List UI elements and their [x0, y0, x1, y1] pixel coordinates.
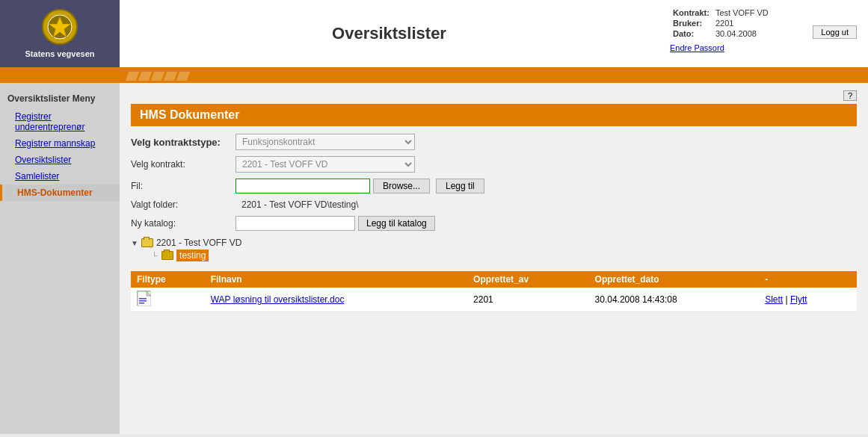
stripe-bar-4: [164, 72, 177, 81]
kontrakt-select[interactable]: 2201 - Test VOFF VD: [236, 156, 415, 173]
ny-katalog-row: Ny katalog: Legg til katalog: [131, 216, 857, 231]
col-filtype: Filtype: [131, 271, 205, 288]
tree-child-label[interactable]: testing: [176, 250, 209, 261]
logo-emblem: [42, 9, 78, 45]
child-folder-icon: [161, 251, 173, 260]
valgt-folder-value: 2201 - Test VOFF VD\testing\: [241, 199, 359, 210]
kontrakt-value: Test VOFF VD: [712, 7, 772, 18]
fil-row: Fil: Browse... Legg til: [131, 179, 857, 193]
endre-passord-link[interactable]: Endre Passord: [670, 43, 724, 52]
bruker-label: Bruker:: [670, 18, 712, 28]
stripe-bar-5: [176, 72, 190, 81]
orange-stripe: [0, 69, 868, 83]
page-title: Oversiktslister: [332, 24, 446, 43]
stripe-bar-2: [138, 72, 152, 81]
valgt-folder-row: Valgt folder: 2201 - Test VOFF VD\testin…: [131, 199, 857, 210]
svg-rect-5: [139, 298, 147, 300]
kontrakt-row: Velg kontrakt: 2201 - Test VOFF VD: [131, 156, 857, 173]
stripe-pattern: [120, 72, 188, 81]
sidebar-title: Oversiktslister Meny: [0, 89, 120, 108]
col-actions: -: [759, 271, 857, 288]
kontrakt-label-form: Velg kontrakt:: [131, 159, 236, 170]
sidebar-item-hms-dokumenter[interactable]: HMS-Dokumenter: [0, 185, 120, 201]
ny-katalog-input[interactable]: [236, 216, 355, 231]
sidebar: Oversiktslister Meny Registrer underentr…: [0, 83, 120, 434]
help-icon[interactable]: ?: [843, 90, 857, 101]
cell-opprettet-dato: 30.04.2008 14:43:08: [589, 288, 760, 312]
legg-til-button[interactable]: Legg til: [436, 179, 484, 193]
svg-rect-7: [139, 303, 144, 304]
cell-filnavn: WAP løsning til oversiktslister.doc: [205, 288, 467, 312]
file-table: Filtype Filnavn Opprettet_av Opprettet_d…: [131, 271, 857, 312]
tree-root-item[interactable]: ▼ 2201 - Test VOFF VD: [131, 237, 857, 249]
file-type-icon: [137, 291, 150, 306]
ny-katalog-label: Ny katalog:: [131, 218, 236, 229]
table-row: WAP løsning til oversiktslister.doc 2201…: [131, 288, 857, 312]
tree-root-label[interactable]: 2201 - Test VOFF VD: [156, 238, 242, 248]
logo-area: Statens vegvesen: [0, 0, 120, 67]
cell-opprettet-av: 2201: [467, 288, 588, 312]
slett-link[interactable]: Slett: [765, 294, 783, 305]
content-area: ? HMS Dokumenter Velg kontraktstype: Fun…: [120, 83, 868, 434]
browse-button[interactable]: Browse...: [373, 179, 430, 193]
kontraktstype-label: Velg kontraktstype:: [131, 137, 236, 148]
logo-text: Statens vegvesen: [25, 49, 95, 58]
tree-connector: └: [152, 252, 157, 260]
dato-value: 30.04.2008: [712, 28, 772, 39]
tree-child-item[interactable]: └ testing: [152, 249, 857, 262]
col-opprettet-av: Opprettet_av: [467, 271, 588, 288]
col-filnavn: Filnavn: [205, 271, 467, 288]
cell-actions: Slett | Flytt: [759, 288, 857, 312]
col-opprettet-dato: Opprettet_dato: [589, 271, 760, 288]
fil-label: Fil:: [131, 181, 236, 191]
expand-icon[interactable]: ▼: [131, 239, 138, 247]
stripe-bar-1: [126, 72, 139, 81]
stripe-bar-3: [151, 72, 164, 81]
kontraktstype-row: Velg kontraktstype: Funksjonskontrakt: [131, 134, 857, 150]
sidebar-item-registrer-underentreprenor[interactable]: Registrer underentreprenør: [0, 108, 120, 135]
header-info: Kontrakt: Test VOFF VD Bruker: 2201 Dato…: [659, 0, 868, 67]
sidebar-item-samlelister[interactable]: Samlelister: [0, 168, 120, 185]
valgt-folder-label: Valgt folder:: [131, 199, 236, 210]
sidebar-item-registrer-mannskap[interactable]: Registrer mannskap: [0, 135, 120, 152]
kontrakt-label: Kontrakt:: [670, 7, 712, 18]
folder-tree: ▼ 2201 - Test VOFF VD └ testing: [131, 237, 857, 262]
legg-til-katalog-button[interactable]: Legg til katalog: [358, 216, 435, 231]
flytt-link[interactable]: Flytt: [790, 294, 807, 305]
dato-label: Dato:: [670, 28, 712, 39]
logg-ut-button[interactable]: Logg ut: [813, 25, 857, 39]
cell-filtype: [131, 288, 205, 312]
svg-rect-6: [139, 300, 147, 302]
page-title-area: Oversiktslister: [120, 0, 659, 67]
bruker-value: 2201: [712, 18, 772, 28]
filnavn-link[interactable]: WAP løsning til oversiktslister.doc: [211, 294, 345, 305]
fil-input[interactable]: [236, 179, 370, 193]
sidebar-item-oversiktslister[interactable]: Oversiktslister: [0, 152, 120, 168]
kontraktstype-select[interactable]: Funksjonskontrakt: [236, 134, 415, 150]
root-folder-icon: [141, 238, 153, 247]
section-header: HMS Dokumenter: [131, 104, 857, 126]
